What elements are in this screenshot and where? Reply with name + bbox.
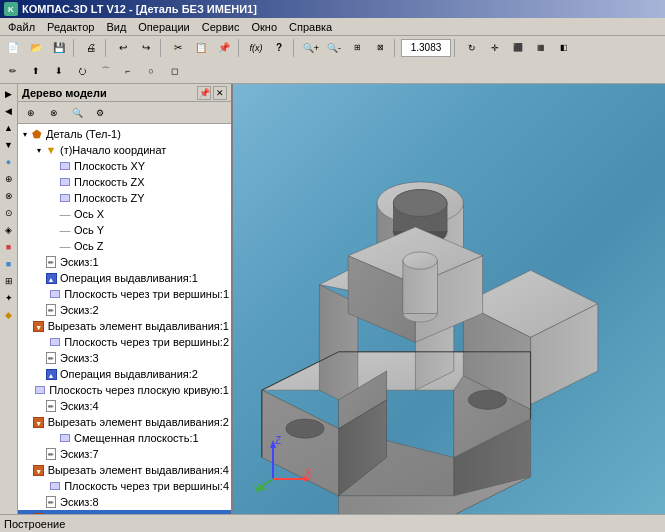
- tree-item-7[interactable]: —Ось Z: [18, 238, 231, 254]
- tree-item-22[interactable]: Плоскость через три вершины:4: [18, 478, 231, 494]
- tree-item-9[interactable]: ▲Операция выдавливания:1: [18, 270, 231, 286]
- tree-tb-btn-4[interactable]: ⚙: [89, 103, 111, 123]
- left-btn-14[interactable]: ◆: [1, 307, 17, 323]
- tree-item-14[interactable]: ✏Эскиз:3: [18, 350, 231, 366]
- shell-button[interactable]: ◻: [163, 61, 185, 81]
- left-btn-11[interactable]: ■: [1, 256, 17, 272]
- panel-container: Дерево модели 📌 ✕ ⊕ ⊗ 🔍 ⚙ ▾⬟Деталь (Тел-…: [18, 84, 665, 514]
- 3d-viewport[interactable]: Z X Y: [233, 84, 665, 514]
- cut-button[interactable]: ✂: [167, 38, 189, 58]
- tree-label-9: Операция выдавливания:1: [60, 272, 198, 284]
- zoom-all-button[interactable]: ⊞: [346, 38, 368, 58]
- redo-button[interactable]: ↪: [135, 38, 157, 58]
- tree-expand-1[interactable]: ▾: [34, 145, 44, 155]
- menu-help[interactable]: Справка: [283, 20, 338, 34]
- revolve-button[interactable]: ⭮: [71, 61, 93, 81]
- tree-tb-btn-3[interactable]: 🔍: [66, 103, 88, 123]
- panel-close-button[interactable]: ✕: [213, 86, 227, 100]
- menu-file[interactable]: Файл: [2, 20, 41, 34]
- new-button[interactable]: 📄: [2, 38, 24, 58]
- zoom-select-button[interactable]: ⊠: [369, 38, 391, 58]
- toolbar-row-2: ✏ ⬆ ⬇ ⭮ ⌒ ⌐ ○ ◻: [0, 60, 665, 84]
- menu-window[interactable]: Окно: [245, 20, 283, 34]
- left-btn-3[interactable]: ▲: [1, 120, 17, 136]
- menu-operations[interactable]: Операции: [132, 20, 195, 34]
- left-btn-4[interactable]: ▼: [1, 137, 17, 153]
- view3d-button[interactable]: ⬛: [507, 38, 529, 58]
- left-btn-1[interactable]: ▶: [1, 86, 17, 102]
- tree-item-13[interactable]: Плоскость через три вершины:2: [18, 334, 231, 350]
- separator-1: [73, 39, 77, 57]
- tree-icon-16: [33, 383, 47, 397]
- tree-icon-15: ▲: [44, 367, 58, 381]
- undo-button[interactable]: ↩: [112, 38, 134, 58]
- tree-icon-1: ▼: [44, 143, 58, 157]
- open-button[interactable]: 📂: [25, 38, 47, 58]
- panel-pin-button[interactable]: 📌: [197, 86, 211, 100]
- tree-label-11: Эскиз:2: [60, 304, 99, 316]
- tree-item-4[interactable]: Плоскость ZY: [18, 190, 231, 206]
- tree-item-5[interactable]: —Ось X: [18, 206, 231, 222]
- tree-item-11[interactable]: ✏Эскиз:2: [18, 302, 231, 318]
- perspective-button[interactable]: ◧: [553, 38, 575, 58]
- tree-item-8[interactable]: ✏Эскиз:1: [18, 254, 231, 270]
- view-preset-button[interactable]: ▦: [530, 38, 552, 58]
- copy-button[interactable]: 📋: [190, 38, 212, 58]
- menu-service[interactable]: Сервис: [196, 20, 246, 34]
- tree-item-12[interactable]: ▼Вырезать элемент выдавливания:1: [18, 318, 231, 334]
- zoom-in-button[interactable]: 🔍+: [300, 38, 322, 58]
- tree-item-1[interactable]: ▾▼(т)Начало координат: [18, 142, 231, 158]
- tree-item-2[interactable]: Плоскость XY: [18, 158, 231, 174]
- help-button[interactable]: ?: [268, 38, 290, 58]
- extrude-button[interactable]: ⬆: [25, 61, 47, 81]
- tree-item-6[interactable]: —Ось Y: [18, 222, 231, 238]
- left-btn-13[interactable]: ✦: [1, 290, 17, 306]
- fillet-button[interactable]: ⌒: [94, 61, 116, 81]
- menu-edit[interactable]: Редактор: [41, 20, 100, 34]
- sketch-button[interactable]: ✏: [2, 61, 24, 81]
- paste-button[interactable]: 📌: [213, 38, 235, 58]
- tree-item-0[interactable]: ▾⬟Деталь (Тел-1): [18, 126, 231, 142]
- tree-item-10[interactable]: Плоскость через три вершины:1: [18, 286, 231, 302]
- tree-item-17[interactable]: ✏Эскиз:4: [18, 398, 231, 414]
- chamfer-button[interactable]: ⌐: [117, 61, 139, 81]
- tree-expand-0[interactable]: ▾: [20, 129, 30, 139]
- tree-item-19[interactable]: Смещенная плоскость:1: [18, 430, 231, 446]
- tree-item-20[interactable]: ✏Эскиз:7: [18, 446, 231, 462]
- tree-item-16[interactable]: Плоскость через плоскую кривую:1: [18, 382, 231, 398]
- tree-content[interactable]: ▾⬟Деталь (Тел-1)▾▼(т)Начало координатПло…: [18, 124, 231, 514]
- cut-extrude-button[interactable]: ⬇: [48, 61, 70, 81]
- rotate-button[interactable]: ↻: [461, 38, 483, 58]
- tree-item-3[interactable]: Плоскость ZX: [18, 174, 231, 190]
- zoom-input[interactable]: [401, 39, 451, 57]
- left-btn-12[interactable]: ⊞: [1, 273, 17, 289]
- hole-button[interactable]: ○: [140, 61, 162, 81]
- left-btn-10[interactable]: ■: [1, 239, 17, 255]
- tree-icon-8: ✏: [44, 255, 58, 269]
- move-button[interactable]: ✛: [484, 38, 506, 58]
- svg-point-22: [393, 190, 447, 217]
- left-btn-6[interactable]: ⊕: [1, 171, 17, 187]
- left-btn-7[interactable]: ⊗: [1, 188, 17, 204]
- tree-item-18[interactable]: ▼Вырезать элемент выдавливания:2: [18, 414, 231, 430]
- menu-view[interactable]: Вид: [100, 20, 132, 34]
- print-button[interactable]: 🖨: [80, 38, 102, 58]
- tree-tb-btn-1[interactable]: ⊕: [20, 103, 42, 123]
- app-icon: K: [4, 2, 18, 16]
- tree-tb-btn-2[interactable]: ⊗: [43, 103, 65, 123]
- f-x-button[interactable]: f(x): [245, 38, 267, 58]
- tree-item-24[interactable]: ▼Вырезать элемент выдавливания:5: [18, 510, 231, 514]
- left-btn-5[interactable]: ●: [1, 154, 17, 170]
- tree-item-21[interactable]: ▼Вырезать элемент выдавливания:4: [18, 462, 231, 478]
- tree-icon-23: ✏: [44, 495, 58, 509]
- left-btn-9[interactable]: ◈: [1, 222, 17, 238]
- zoom-out-button[interactable]: 🔍-: [323, 38, 345, 58]
- tree-item-15[interactable]: ▲Операция выдавливания:2: [18, 366, 231, 382]
- tree-panel-controls: 📌 ✕: [197, 86, 227, 100]
- left-btn-8[interactable]: ⊙: [1, 205, 17, 221]
- left-btn-2[interactable]: ◀: [1, 103, 17, 119]
- tree-label-20: Эскиз:7: [60, 448, 99, 460]
- tree-icon-5: —: [58, 207, 72, 221]
- tree-item-23[interactable]: ✏Эскиз:8: [18, 494, 231, 510]
- save-button[interactable]: 💾: [48, 38, 70, 58]
